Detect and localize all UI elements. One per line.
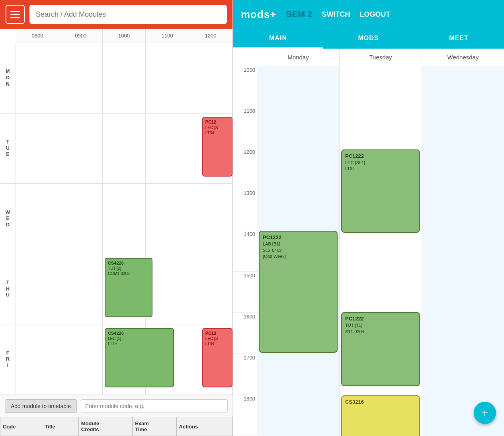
logout-link[interactable]: LOGOUT <box>360 10 391 19</box>
rt-event-cs3216[interactable]: CS3216 <box>341 395 420 436</box>
fab-add-button[interactable]: + <box>474 402 496 424</box>
col-actions: Actions <box>176 417 232 436</box>
rt-event-pc1222-lab[interactable]: PC1222 LAB [B1]S12-0402[Odd Week] <box>259 231 338 353</box>
col-title: Title <box>42 417 78 436</box>
rt-event-pc1222-tut[interactable]: PC1222 TUT [T1]S11-0204 <box>341 312 420 386</box>
rt-time-1100: 1100 <box>233 107 257 148</box>
time-header-1100: 1100 <box>146 29 189 43</box>
time-slot <box>146 254 189 324</box>
col-credits: ModuleCredits <box>78 417 132 436</box>
time-slot <box>189 254 232 324</box>
time-slot <box>103 43 146 113</box>
time-slot <box>59 254 103 324</box>
switch-link[interactable]: SWITCH <box>322 10 350 19</box>
right-header: mods+ SEM 2 SWITCH LOGOUT <box>233 0 504 29</box>
event-tue-pc12[interactable]: PC12 LEC [SLT34 <box>202 117 232 176</box>
rt-time-1000: 1000 <box>233 66 257 107</box>
tab-meet[interactable]: MEET <box>414 29 504 49</box>
time-slot <box>146 184 189 254</box>
day-cells-wed <box>16 184 232 254</box>
time-slot <box>16 114 59 184</box>
rt-day-monday: Monday <box>257 49 339 66</box>
right-nav: MAIN MODS MEET <box>233 29 504 49</box>
event-thu-cs4226[interactable]: CS4226 TUT [2]COM1-0208 <box>105 258 152 317</box>
rt-event-code: PC1222 <box>263 234 334 241</box>
time-header-1000: 1000 <box>103 29 146 43</box>
time-slot <box>146 43 189 113</box>
col-exam: ExamTime <box>133 417 176 436</box>
rt-event-code: PC1222 <box>345 315 416 322</box>
event-fri-cs4226[interactable]: CS4226 LEC [1]LT19 <box>105 328 174 387</box>
event-code: CS4226 <box>108 260 149 266</box>
left-header <box>0 0 232 29</box>
day-cells-mon <box>16 43 232 113</box>
time-slot <box>59 324 103 395</box>
day-cells-tue: PC12 LEC [SLT34 <box>16 114 232 184</box>
rt-grid: PC1222 LAB [B1]S12-0402[Odd Week] PC1222… <box>257 66 504 436</box>
add-module-row: Add module to timetable <box>0 395 232 417</box>
time-slot <box>16 43 59 113</box>
rt-time-1400: 1400 <box>233 230 257 271</box>
hamburger-line-1 <box>10 11 20 12</box>
rt-header-row: Monday Tuesday Wednesday <box>233 49 504 66</box>
tab-mods[interactable]: MODS <box>323 29 414 49</box>
time-slot <box>59 114 103 184</box>
tab-main[interactable]: MAIN <box>233 29 323 49</box>
timetable-left: 0800 0900 1000 1100 1200 MON TUE <box>0 29 232 395</box>
time-slot <box>59 184 103 254</box>
rt-time-1300: 1300 <box>233 189 257 230</box>
rt-time-1600: 1600 <box>233 313 257 354</box>
event-detail: LEC [SLT34 <box>205 336 229 346</box>
add-module-button[interactable]: Add module to timetable <box>5 399 77 413</box>
event-code: PC12 <box>205 330 229 336</box>
rt-body: 1000 1100 1200 1300 1400 1500 1600 1700 … <box>233 66 504 436</box>
search-input[interactable] <box>29 5 227 24</box>
event-detail: TUT [2]COM1-0208 <box>108 266 149 276</box>
rt-time-1700: 1700 <box>233 354 257 395</box>
rt-event-pc1222-lec[interactable]: PC1222 LEC [SL1]LT34 <box>341 149 420 233</box>
left-panel: 0800 0900 1000 1100 1200 MON TUE <box>0 0 233 436</box>
event-code: PC12 <box>205 119 229 125</box>
right-timetable: Monday Tuesday Wednesday 1000 1100 1200 … <box>233 49 504 436</box>
rt-time-1200: 1200 <box>233 148 257 189</box>
module-code-input[interactable] <box>81 399 228 413</box>
event-detail: LEC [SLT34 <box>205 125 229 136</box>
time-slot <box>189 184 232 254</box>
day-row-tue: TUE PC12 LEC [SLT34 <box>0 114 232 184</box>
rt-day-wednesday: Wednesday <box>422 49 504 66</box>
time-slot <box>59 43 103 113</box>
time-slot <box>146 114 189 184</box>
day-cells-thu: CS4226 TUT [2]COM1-0208 <box>16 254 232 324</box>
time-header-0800: 0800 <box>16 29 59 43</box>
col-code: Code <box>0 417 42 436</box>
time-slot <box>103 114 146 184</box>
event-fri-pc12[interactable]: PC12 LEC [SLT34 <box>202 328 232 387</box>
rt-col-wednesday <box>422 66 504 436</box>
event-detail: LEC [1]LT19 <box>108 336 171 346</box>
rt-event-detail: TUT [T1]S11-0204 <box>345 322 416 335</box>
time-header-row: 0800 0900 1000 1100 1200 <box>16 29 232 43</box>
day-row-thu: THU CS4226 TUT [2]COM1-0208 <box>0 254 232 325</box>
rt-event-code: CS3216 <box>345 399 416 406</box>
app-logo: mods+ <box>241 8 277 21</box>
table-header-row: Code Title ModuleCredits ExamTime Action… <box>0 417 232 436</box>
hamburger-line-3 <box>10 17 20 18</box>
right-panel: mods+ SEM 2 SWITCH LOGOUT MAIN MODS MEET… <box>233 0 504 436</box>
day-label-thu: THU <box>0 254 16 324</box>
rt-day-tuesday: Tuesday <box>339 49 422 66</box>
day-cells-fri: CS4226 LEC [1]LT19 PC12 LEC [SLT34 <box>16 324 232 395</box>
day-label-tue: TUE <box>0 114 16 184</box>
day-row-mon: MON <box>0 43 232 114</box>
time-slot <box>103 184 146 254</box>
hamburger-button[interactable] <box>6 5 25 24</box>
time-slot <box>16 254 59 324</box>
time-header-1200: 1200 <box>189 29 232 43</box>
day-label-fri: FRI <box>0 324 16 395</box>
day-label-wed: WED <box>0 184 16 254</box>
rt-time-1500: 1500 <box>233 272 257 313</box>
time-slot <box>16 324 59 395</box>
bottom-section: Add module to timetable Code Title Modul… <box>0 395 232 436</box>
rt-time-1800: 1800 <box>233 395 257 436</box>
rt-col-monday: PC1222 LAB [B1]S12-0402[Odd Week] <box>257 66 339 436</box>
rt-time-col-header <box>233 49 257 66</box>
